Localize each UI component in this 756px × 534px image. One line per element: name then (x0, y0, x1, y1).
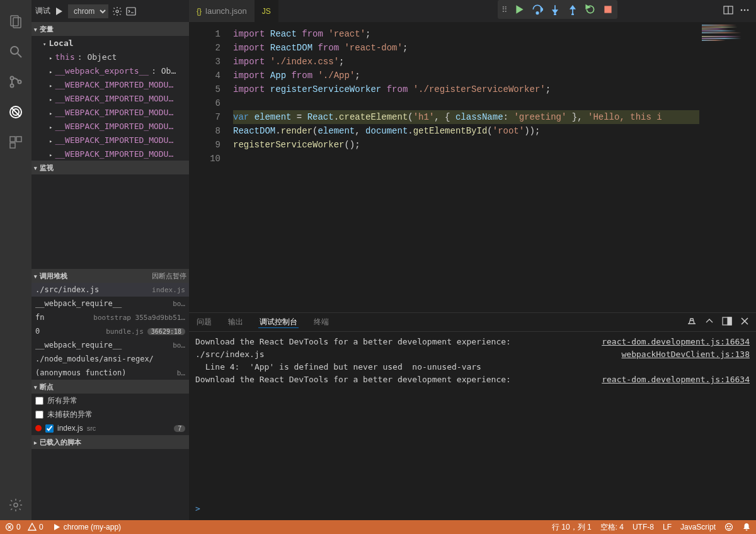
watch-section[interactable]: 监视 (32, 161, 189, 174)
svg-point-4 (11, 77, 14, 80)
debug-console-output[interactable]: Download the React DevTools for a better… (189, 332, 756, 504)
tab-index-js[interactable]: JS (255, 0, 278, 22)
svg-point-2 (11, 47, 18, 54)
code-editor[interactable]: 12345678910 import React from 'react';im… (189, 22, 756, 312)
svg-point-43 (727, 526, 728, 526)
bottom-panel: 问题 输出 调试控制台 终端 Download the React DevToo… (189, 312, 756, 520)
js-icon: JS (262, 7, 271, 16)
callstack-section[interactable]: 调用堆栈因断点暂停 (32, 269, 189, 283)
svg-rect-27 (604, 6, 611, 13)
step-over-icon[interactable] (532, 4, 543, 15)
svg-point-13 (14, 503, 18, 507)
svg-marker-21 (553, 10, 558, 13)
tab-terminal[interactable]: 终端 (312, 317, 330, 327)
debug-toolbar[interactable]: ⠿ (498, 0, 617, 19)
callstack-item[interactable]: (anonymous function)b… (32, 366, 189, 380)
status-encoding[interactable]: UTF-8 (633, 523, 654, 531)
gear-icon[interactable] (112, 6, 122, 16)
callstack-item[interactable]: __webpack_require__bo… (32, 338, 189, 352)
svg-marker-24 (571, 6, 575, 9)
status-spaces[interactable]: 空格: 4 (600, 522, 624, 533)
variable-item[interactable]: __WEBPACK_IMPORTED_MODU… (32, 105, 189, 119)
tab-launch-json[interactable]: {}launch.json (189, 0, 255, 22)
callstack-item[interactable]: fnbootstrap 355a9d9bb51… (32, 310, 189, 324)
split-editor-icon[interactable] (723, 5, 733, 17)
restart-icon[interactable] (585, 4, 596, 15)
clear-console-icon[interactable] (687, 316, 697, 328)
callstack-item[interactable]: __webpack_require__bo… (32, 297, 189, 310)
step-into-icon[interactable] (549, 4, 561, 15)
tab-problems[interactable]: 问题 (195, 317, 213, 327)
json-icon: {} (197, 7, 202, 16)
extensions-icon[interactable] (0, 127, 32, 157)
settings-gear-icon[interactable] (0, 490, 32, 520)
editor-tabs: {}launch.json JS ⠿ (189, 0, 756, 22)
status-bell-icon[interactable] (742, 523, 751, 531)
breakpoint-item[interactable]: index.jssrc7 (32, 421, 189, 435)
debug-console-input[interactable]: > (189, 504, 756, 520)
local-scope[interactable]: Local (32, 36, 189, 50)
svg-marker-14 (56, 8, 62, 15)
variable-item[interactable]: __WEBPACK_IMPORTED_MODU… (32, 147, 189, 161)
scm-icon[interactable] (0, 67, 32, 97)
breakpoint-checkbox[interactable] (45, 424, 54, 433)
tab-debug-console[interactable]: 调试控制台 (258, 317, 299, 328)
stop-icon[interactable] (602, 4, 614, 15)
svg-point-42 (726, 524, 733, 531)
console-icon[interactable] (126, 6, 136, 16)
collapse-icon[interactable] (704, 316, 714, 328)
variable-item[interactable]: __WEBPACK_IMPORTED_MODU… (32, 91, 189, 105)
svg-marker-41 (54, 524, 60, 530)
minimap[interactable] (699, 22, 756, 312)
svg-marker-18 (541, 8, 543, 12)
breakpoint-checkbox[interactable] (35, 411, 43, 419)
status-cursor[interactable]: 行 10，列 1 (552, 522, 592, 533)
svg-point-31 (744, 9, 746, 11)
callstack-item[interactable]: 0bundle.js36629:18 (32, 324, 189, 338)
status-errors[interactable]: 0 0 (5, 523, 43, 531)
activity-bar (0, 0, 32, 520)
svg-line-3 (18, 54, 21, 57)
continue-icon[interactable] (514, 4, 525, 15)
status-feedback-icon[interactable] (724, 523, 733, 531)
explorer-icon[interactable] (0, 6, 32, 37)
breakpoint-item[interactable]: 未捕获的异常 (32, 407, 189, 421)
panel-position-icon[interactable] (722, 316, 732, 328)
editor-area: {}launch.json JS ⠿ 12345678910 import Re… (189, 0, 756, 520)
breakpoint-checkbox[interactable] (35, 397, 43, 405)
svg-rect-16 (127, 8, 135, 15)
breakpoint-item[interactable]: 所有异常 (32, 394, 189, 407)
tab-output[interactable]: 输出 (227, 317, 244, 327)
status-bar: 0 0 chrome (my-app) 行 10，列 1 空格: 4 UTF-8… (0, 520, 756, 534)
variable-item[interactable]: this: Object (32, 50, 189, 64)
callstack-item[interactable]: ./src/index.jsindex.js (32, 283, 189, 297)
callstack-item[interactable]: ./node_modules/ansi-regex/ (32, 352, 189, 366)
svg-point-19 (536, 12, 538, 14)
search-icon[interactable] (0, 37, 32, 67)
status-eol[interactable]: LF (663, 523, 672, 531)
svg-point-22 (554, 14, 556, 15)
status-debug-target[interactable]: chrome (my-app) (52, 523, 121, 531)
debug-header: 调试 chrom (32, 0, 189, 22)
svg-marker-40 (28, 523, 36, 530)
more-icon[interactable] (740, 5, 750, 17)
close-panel-icon[interactable] (740, 316, 750, 328)
breakpoints-section[interactable]: 断点 (32, 380, 189, 394)
grip-icon[interactable]: ⠿ (501, 5, 508, 14)
variables-section[interactable]: 变量 (32, 22, 189, 36)
svg-rect-11 (16, 137, 21, 142)
status-language[interactable]: JavaScript (680, 523, 716, 531)
svg-point-25 (572, 14, 573, 15)
svg-rect-34 (728, 317, 731, 325)
debug-config-select[interactable]: chrom (68, 4, 108, 18)
debug-icon[interactable] (0, 97, 32, 127)
step-out-icon[interactable] (567, 4, 578, 15)
svg-point-44 (730, 526, 730, 526)
loaded-scripts-section[interactable]: 已载入的脚本 (32, 435, 189, 449)
variable-item[interactable]: __WEBPACK_IMPORTED_MODU… (32, 119, 189, 133)
variable-item[interactable]: __WEBPACK_IMPORTED_MODU… (32, 133, 189, 147)
start-debug-icon[interactable] (54, 6, 64, 16)
svg-rect-10 (10, 137, 15, 142)
variable-item[interactable]: __WEBPACK_IMPORTED_MODU… (32, 77, 189, 91)
variable-item[interactable]: __webpack_exports__: Ob… (32, 64, 189, 77)
